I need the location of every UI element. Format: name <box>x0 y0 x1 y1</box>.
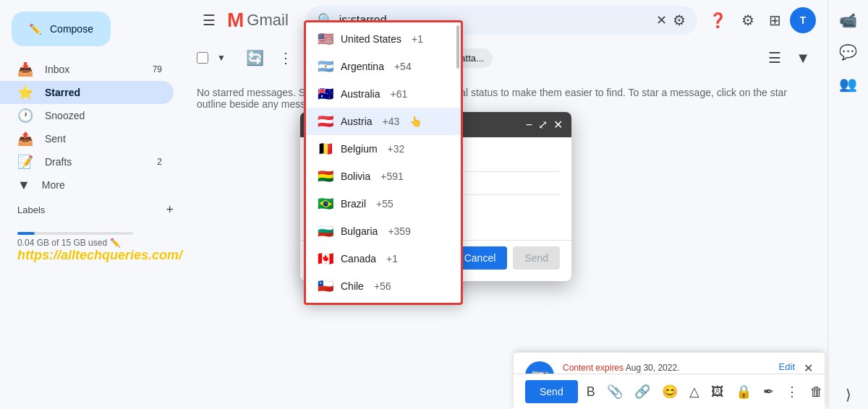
spaces-button[interactable]: 👥 <box>833 69 863 98</box>
flag-at: 🇦🇹 <box>318 113 333 129</box>
country-name-us: United States <box>341 33 401 45</box>
compose-label: Compose <box>50 23 93 35</box>
lock-button[interactable]: 🔒 <box>733 381 754 402</box>
country-ca[interactable]: 🇨🇦 Canada +1 <box>306 245 461 272</box>
search-clear-button[interactable]: ✕ <box>656 12 667 28</box>
send-button[interactable]: Send <box>513 246 560 270</box>
minimize-button[interactable]: − <box>526 118 532 132</box>
list-view-button[interactable]: ☰ <box>762 43 787 72</box>
help-button[interactable]: ❓ <box>703 6 733 35</box>
flag-au: 🇦🇺 <box>318 86 333 102</box>
maximize-button[interactable]: ⤢ <box>538 118 548 132</box>
labels-section: Labels + <box>0 197 185 220</box>
sidebar-item-drafts[interactable]: 📝 Drafts 2 <box>0 150 174 173</box>
refresh-button[interactable]: 🔄 <box>240 43 270 72</box>
sidebar-item-starred[interactable]: ⭐ Starred <box>0 81 174 104</box>
country-code-bg: +359 <box>388 225 411 237</box>
country-name-br: Brazil <box>341 198 366 210</box>
emoji-button[interactable]: 😊 <box>659 381 681 402</box>
cursor-pointer: 👆 <box>409 116 422 127</box>
compose-header-icons: − ⤢ ✕ <box>526 118 563 132</box>
sidebar-item-snoozed[interactable]: 🕐 Snoozed <box>0 104 174 127</box>
format-button[interactable]: B <box>584 382 598 402</box>
delete-compose-button[interactable]: 🗑 <box>807 382 826 402</box>
expand-right-button[interactable]: ⟩ <box>840 380 857 409</box>
sidebar: ✏️ Compose 📥 Inbox 79 ⭐ Starred 🕐 Snooze… <box>0 0 185 409</box>
country-name-bo: Bolivia <box>341 171 370 182</box>
country-dropdown: 🇺🇸 United States +1 🇦🇷 Argentina +54 🇦🇺 … <box>304 20 463 305</box>
country-code-at: +43 <box>383 116 400 127</box>
storage-bar <box>17 232 133 235</box>
apps-button[interactable]: ⊞ <box>763 6 787 35</box>
more-options-compose-button[interactable]: ⋮ <box>783 381 801 402</box>
country-at[interactable]: 🇦🇹 Austria +43 👆 <box>306 108 461 135</box>
bottom-send-bar: Send B 📎 🔗 😊 △ 🖼 🔒 ✒ ⋮ 🗑 <box>514 374 825 409</box>
photo-button[interactable]: 🖼 <box>708 382 727 402</box>
snoozed-icon: 🕐 <box>17 108 33 124</box>
close-compose-button[interactable]: ✕ <box>553 118 563 132</box>
topbar: ☰ M Gmail 🔍 ✕ ⚙ ❓ ⚙ ⊞ T <box>185 0 827 40</box>
sent-label: Sent <box>45 133 66 145</box>
settings-button[interactable]: ⚙ <box>736 6 760 35</box>
country-ar[interactable]: 🇦🇷 Argentina +54 <box>306 53 461 80</box>
account-button[interactable]: T <box>790 7 816 33</box>
expiry-title-text: Content expires <box>563 363 624 373</box>
select-arrow-button[interactable]: ▼ <box>211 47 231 69</box>
country-name-bg: Bulgaria <box>341 225 378 237</box>
flag-bg: 🇧🇬 <box>318 223 333 239</box>
compose-button[interactable]: ✏️ Compose <box>12 12 111 46</box>
country-bo[interactable]: 🇧🇴 Bolivia +591 <box>306 163 461 190</box>
dropdown-scrollbar[interactable] <box>456 25 459 69</box>
country-code-be: +32 <box>388 143 405 155</box>
more-icon: ▼ <box>17 178 30 193</box>
menu-button[interactable]: ☰ <box>197 6 221 35</box>
flag-be: 🇧🇪 <box>318 141 333 157</box>
search-options-button[interactable]: ⚙ <box>673 12 686 29</box>
drafts-badge: 2 <box>157 157 162 167</box>
country-name-ca: Canada <box>341 253 376 264</box>
country-name-ar: Argentina <box>341 61 384 72</box>
compose-icon: ✏️ <box>29 23 41 35</box>
country-au[interactable]: 🇦🇺 Australia +61 <box>306 80 461 108</box>
country-code-us: +1 <box>412 33 423 45</box>
country-cl[interactable]: 🇨🇱 Chile +56 <box>306 272 461 300</box>
chat-button[interactable]: 💬 <box>833 38 863 66</box>
flag-us: 🇺🇸 <box>318 31 333 47</box>
sidebar-item-more[interactable]: ▼ More <box>0 173 174 197</box>
country-us[interactable]: 🇺🇸 United States +1 <box>306 25 461 53</box>
link-button[interactable]: 🔗 <box>631 381 653 402</box>
expiry-title: Content expires Aug 30, 2022. <box>563 361 770 374</box>
country-list: 🇺🇸 United States +1 🇦🇷 Argentina +54 🇦🇺 … <box>304 20 463 305</box>
drive-button[interactable]: △ <box>686 381 702 402</box>
country-bg[interactable]: 🇧🇬 Bulgaria +359 <box>306 218 461 245</box>
flag-ca: 🇨🇦 <box>318 251 333 267</box>
attach-button[interactable]: 📎 <box>604 381 626 402</box>
country-name-cl: Chile <box>341 280 364 292</box>
sidebar-item-inbox[interactable]: 📥 Inbox 79 <box>0 58 174 81</box>
country-be[interactable]: 🇧🇪 Belgium +32 <box>306 135 461 163</box>
storage-text: 0.04 GB of 15 GB used <box>17 238 107 248</box>
view-arrow-button[interactable]: ▼ <box>790 43 816 72</box>
country-name-at: Austria <box>341 116 373 127</box>
country-code-br: +55 <box>376 198 393 210</box>
starred-icon: ⭐ <box>17 85 33 100</box>
bottom-send-button[interactable]: Send <box>525 380 578 403</box>
inbox-badge: 79 <box>153 64 162 74</box>
country-br[interactable]: 🇧🇷 Brazil +55 <box>306 190 461 218</box>
flag-cl: 🇨🇱 <box>318 278 333 294</box>
country-code-cl: +56 <box>374 280 391 292</box>
sidebar-item-sent[interactable]: 📤 Sent <box>0 127 174 150</box>
manage-storage-icon[interactable]: ✏️ <box>110 238 121 248</box>
add-label-button[interactable]: + <box>166 202 174 218</box>
toolbar: ▼ 🔄 ⋮ From ▼ Any time ▼ Has atta... ☰ ▼ <box>185 40 827 75</box>
flag-ar: 🇦🇷 <box>318 59 333 74</box>
inbox-icon: 📥 <box>17 61 33 77</box>
meet-button[interactable]: 📹 <box>833 6 863 35</box>
country-name-be: Belgium <box>341 143 378 155</box>
edit-expiry-button[interactable]: Edit <box>779 361 795 372</box>
top-icons: ❓ ⚙ ⊞ T <box>703 6 816 35</box>
sign-button[interactable]: ✒ <box>760 381 777 402</box>
more-options-button[interactable]: ⋮ <box>273 43 299 72</box>
select-all-checkbox[interactable] <box>197 52 208 64</box>
gmail-logo: M Gmail <box>227 9 289 32</box>
